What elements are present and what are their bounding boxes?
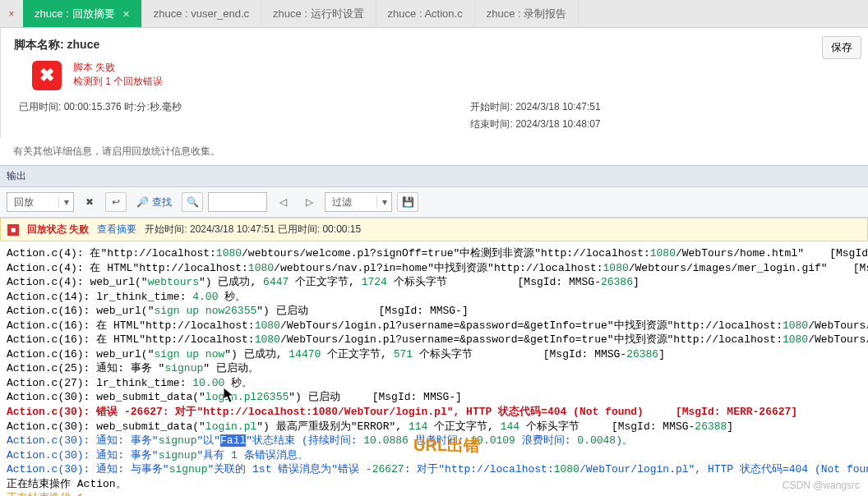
tab-label: zhuce : Action.c (388, 7, 463, 20)
filter-label: 过滤 (326, 195, 376, 209)
mode-select[interactable]: 回放 ▾ (7, 192, 74, 212)
tab-label: zhuce : 回放摘要 (35, 7, 115, 21)
mode-label: 回放 (7, 195, 58, 209)
clear-button[interactable]: ✖ (79, 192, 100, 212)
tab-label: zhuce : 运行时设置 (273, 7, 364, 21)
elapsed-time: 已用时间: 00:00:15.376 时:分:秒.毫秒 (19, 100, 436, 114)
summary-header: 脚本名称: zhuce 保存 ✖ 脚本 失败 检测到 1 个回放错误 已用时间:… (0, 28, 868, 138)
prev-button[interactable]: ◁ (272, 192, 293, 212)
info-note: 有关其他详细信息，请启用回放统计信息收集。 (0, 138, 868, 165)
next-button[interactable]: ▷ (298, 192, 320, 212)
search-go-button[interactable]: 🔍 (182, 192, 203, 212)
search-icon: 🔎 (136, 196, 149, 208)
fail-icon: ✖ (32, 61, 62, 90)
wrap-button[interactable]: ↩ (105, 192, 127, 212)
status-times: 开始时间: 2024/3/18 10:47:51 已用时间: 00:00:15 (145, 223, 361, 237)
url-error-annotation: URL出错 (413, 434, 480, 457)
tab-action[interactable]: zhuce : Action.c (376, 0, 475, 27)
watermark: CSDN @wangsrc (783, 480, 860, 491)
view-summary-link[interactable]: 查看摘要 (97, 223, 136, 237)
chevron-down-icon: ▾ (376, 196, 391, 208)
script-title: 脚本名称: zhuce (14, 38, 855, 53)
tab-record-report[interactable]: zhuce : 录制报告 (475, 0, 579, 27)
tab-bar: × zhuce : 回放摘要 × zhuce : vuser_end.c zhu… (0, 0, 868, 28)
fail-text: 脚本 失败 检测到 1 个回放错误 (73, 61, 163, 89)
close-icon[interactable]: × (0, 0, 23, 27)
filter-select[interactable]: 过滤 ▾ (325, 192, 392, 212)
save-log-button[interactable]: 💾 (397, 192, 418, 212)
search-input[interactable] (208, 192, 267, 212)
tab-replay-summary[interactable]: zhuce : 回放摘要 × (23, 0, 142, 27)
find-button[interactable]: 🔎 查找 (132, 195, 177, 209)
find-label: 查找 (152, 195, 172, 209)
end-time: 结束时间: 2024/3/18 10:48:07 (470, 117, 855, 131)
replay-status-bar: ■ 回放状态 失败 查看摘要 开始时间: 2024/3/18 10:47:51 … (0, 218, 868, 241)
replay-status-label: 回放状态 失败 (27, 223, 89, 237)
tab-label: zhuce : 录制报告 (487, 7, 567, 21)
chevron-down-icon: ▾ (58, 196, 73, 208)
fail-line1: 脚本 失败 (73, 61, 163, 75)
tab-close-icon[interactable]: × (123, 7, 130, 21)
log-output: Action.c(4): 在"http://localhost:1080/web… (0, 241, 868, 496)
fail-line2: 检测到 1 个回放错误 (73, 75, 163, 89)
fail-badge-icon: ■ (7, 224, 19, 236)
tab-runtime-settings[interactable]: zhuce : 运行时设置 (261, 0, 376, 27)
meta-grid: 已用时间: 00:00:15.376 时:分:秒.毫秒 开始时间: 2024/3… (14, 100, 855, 131)
start-time: 开始时间: 2024/3/18 10:47:51 (470, 100, 855, 114)
output-toolbar: 回放 ▾ ✖ ↩ 🔎 查找 🔍 ◁ ▷ 过滤 ▾ 💾 (0, 187, 868, 218)
save-button[interactable]: 保存 (822, 36, 861, 59)
tab-vuser-end[interactable]: zhuce : vuser_end.c (142, 0, 261, 27)
tab-label: zhuce : vuser_end.c (154, 7, 249, 20)
output-header: 输出 (0, 165, 868, 187)
